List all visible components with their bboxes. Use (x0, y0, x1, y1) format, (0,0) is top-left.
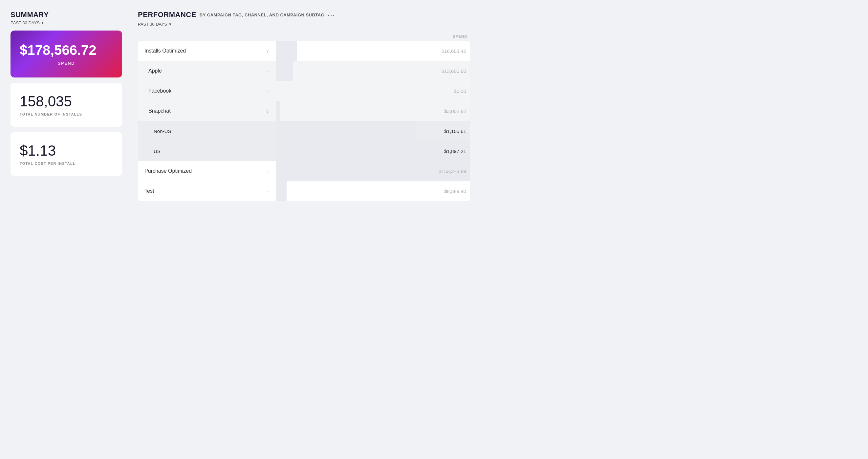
table-row[interactable]: Non-US$1,105.61 (138, 121, 470, 141)
installs-number: 158,035 (20, 93, 113, 110)
bar-fill (276, 181, 287, 201)
spend-amount: $178,566.72 (20, 42, 113, 58)
bar-value: $3,002.82 (444, 109, 466, 114)
row-label-installs-optimized[interactable]: Installs Optimized∨ (138, 41, 276, 61)
performance-title: PERFORMANCE (138, 10, 196, 19)
table-row[interactable]: Installs Optimized∨$16,603.42 (138, 41, 470, 61)
bar-fill (276, 61, 293, 81)
row-label-text: Non-US (154, 128, 171, 134)
row-chevron-icon: › (268, 69, 269, 73)
spend-card: $178,566.72 SPEND (10, 31, 122, 78)
bar-value: $8,589.40 (444, 188, 466, 194)
row-label-text: US (154, 148, 160, 154)
bar-value: $13,600.60 (441, 68, 466, 74)
row-label-snapchat[interactable]: Snapchat∨ (138, 101, 276, 121)
row-label-text: Test (145, 188, 154, 194)
performance-menu-icon[interactable]: ··· (328, 11, 335, 19)
row-label-text: Purchase Optimized (145, 168, 192, 174)
summary-date-label: PAST 30 DAYS (10, 20, 40, 25)
bar-cell-apple: $13,600.60 (276, 61, 470, 81)
cpi-card: $1.13 TOTAL COST PER INSTALL (10, 132, 122, 176)
bar-value: $0.00 (454, 88, 466, 94)
performance-date-label: PAST 30 DAYS (138, 22, 167, 27)
performance-date-chevron-icon: ▾ (169, 22, 172, 27)
row-chevron-icon: › (268, 189, 269, 194)
performance-panel: PERFORMANCE BY CAMPAIGN TAG, CHANNEL, AN… (138, 10, 470, 201)
spend-column-header: SPEND (138, 34, 470, 38)
performance-header: PERFORMANCE BY CAMPAIGN TAG, CHANNEL, AN… (138, 10, 470, 27)
summary-date-chevron-icon: ▾ (42, 21, 44, 25)
row-label-purchase-optimized[interactable]: Purchase Optimized› (138, 161, 276, 181)
row-label-text: Installs Optimized (145, 48, 186, 54)
performance-date-selector[interactable]: PAST 30 DAYS ▾ (138, 22, 470, 27)
row-chevron-icon: › (268, 89, 269, 94)
bar-cell-facebook: $0.00 (276, 81, 470, 101)
summary-date-selector[interactable]: PAST 30 DAYS ▾ (10, 20, 122, 25)
bar-value: $1,897.21 (444, 148, 466, 154)
performance-table: Installs Optimized∨$16,603.42Apple›$13,6… (138, 41, 470, 201)
bar-value: $153,373.89 (439, 169, 466, 174)
row-label-apple[interactable]: Apple› (138, 61, 276, 81)
table-row[interactable]: Apple›$13,600.60 (138, 61, 470, 81)
bar-value: $16,603.42 (441, 48, 466, 54)
performance-subtitle: BY CAMPAIGN TAG, CHANNEL, AND CAMPAIGN S… (199, 12, 324, 18)
table-row[interactable]: Test›$8,589.40 (138, 181, 470, 201)
bar-cell-purchase-optimized: $153,373.89 (276, 161, 470, 181)
spend-label: SPEND (20, 61, 113, 66)
row-chevron-icon: ∨ (266, 109, 269, 114)
row-label-text: Facebook (148, 88, 172, 94)
bar-cell-non-us: $1,105.61 (276, 121, 470, 141)
table-row[interactable]: Purchase Optimized›$153,373.89 (138, 161, 470, 181)
row-chevron-icon: ∨ (266, 49, 269, 54)
table-row[interactable]: Facebook›$0.00 (138, 81, 470, 101)
bar-cell-us: $1,897.21 (276, 141, 470, 161)
cpi-number: $1.13 (20, 143, 113, 159)
summary-title: SUMMARY (10, 10, 122, 19)
row-label-us[interactable]: US (138, 141, 276, 161)
row-chevron-icon: › (268, 169, 269, 174)
bar-cell-installs-optimized: $16,603.42 (276, 41, 470, 61)
bar-fill (276, 101, 280, 121)
row-label-text: Snapchat (148, 108, 171, 114)
installs-card: 158,035 TOTAL NUMBER OF INSTALLS (10, 83, 122, 127)
bar-cell-snapchat: $3,002.82 (276, 101, 470, 121)
table-row[interactable]: Snapchat∨$3,002.82 (138, 101, 470, 121)
bar-fill (276, 41, 297, 61)
bar-fill (276, 121, 415, 141)
cpi-label: TOTAL COST PER INSTALL (20, 161, 113, 165)
row-label-facebook[interactable]: Facebook› (138, 81, 276, 101)
app-layout: SUMMARY PAST 30 DAYS ▾ $178,566.72 SPEND… (10, 10, 470, 201)
row-label-text: Apple (148, 68, 162, 74)
installs-label: TOTAL NUMBER OF INSTALLS (20, 112, 113, 116)
row-label-non-us[interactable]: Non-US (138, 121, 276, 141)
summary-panel: SUMMARY PAST 30 DAYS ▾ $178,566.72 SPEND… (10, 10, 122, 201)
performance-title-row: PERFORMANCE BY CAMPAIGN TAG, CHANNEL, AN… (138, 10, 470, 19)
row-label-test[interactable]: Test› (138, 181, 276, 201)
bar-fill (276, 141, 470, 161)
table-row[interactable]: US$1,897.21 (138, 141, 470, 161)
bar-value: $1,105.61 (444, 128, 466, 134)
bar-cell-test: $8,589.40 (276, 181, 470, 201)
